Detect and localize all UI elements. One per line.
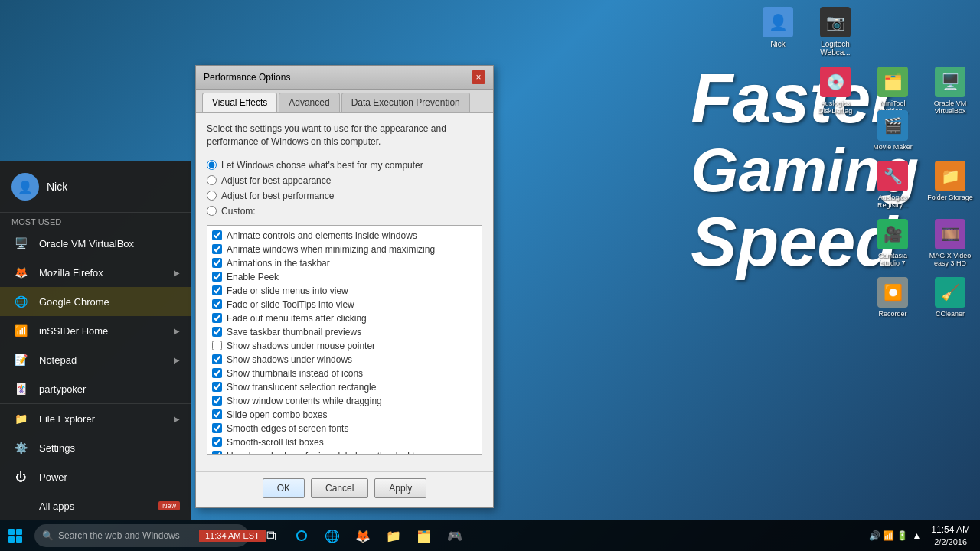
taskbar-item-unknown2[interactable]: 🎮 bbox=[440, 521, 469, 550]
camtasia-icon: 🎥 bbox=[877, 219, 908, 249]
start-user-section: 👤 Nick bbox=[0, 161, 191, 213]
radio-best-performance[interactable]: Adjust for best performance bbox=[207, 188, 482, 204]
radio-custom[interactable]: Custom: bbox=[207, 204, 482, 219]
dialog-close-button[interactable]: × bbox=[472, 70, 485, 84]
chrome-menu-icon: 🌐 bbox=[11, 292, 30, 311]
taskbar-clock[interactable]: 11:54 AM 2/2/2016 bbox=[925, 524, 976, 547]
taskbar: 🔍 Search the web and Windows ⧉ 🌐 🦊 📁 🗂️ … bbox=[0, 520, 980, 551]
start-item-partypoker[interactable]: 🃏 partypoker bbox=[0, 374, 191, 403]
virtualbox-icon: 🖥️ bbox=[935, 67, 965, 97]
start-item-chrome[interactable]: 🌐 Google Chrome bbox=[0, 287, 191, 316]
tab-data-execution[interactable]: Data Execution Prevention bbox=[341, 93, 470, 112]
magix-icon: 🎞️ bbox=[935, 219, 965, 249]
checkbox-item[interactable]: Save taskbar thumbnail previews bbox=[212, 325, 477, 339]
desktop-icons-right: 🎬 Movie Maker 🔧 Auslogics Registry... 📁 … bbox=[865, 107, 976, 321]
file-explorer-icon: 📁 bbox=[11, 409, 30, 428]
start-item-firefox[interactable]: 🦊 Mozilla Firefox ▶ bbox=[0, 258, 191, 287]
file-explorer-arrow: ▶ bbox=[174, 415, 180, 423]
taskbar-file-explorer[interactable]: 📁 bbox=[379, 521, 408, 550]
checkbox-item[interactable]: Smooth-scroll list boxes bbox=[212, 435, 477, 449]
recorder-icon: ⏺️ bbox=[877, 277, 908, 308]
checkbox-list[interactable]: Animate controls and elements inside win… bbox=[207, 225, 482, 455]
camtasia-label: Camtasia Studio 7 bbox=[868, 252, 917, 267]
radio-best-appearance[interactable]: Adjust for best appearance bbox=[207, 173, 482, 188]
desktop-icon-recorder[interactable]: ⏺️ Recorder bbox=[865, 274, 920, 321]
desktop-icon-ccleaner[interactable]: 🧹 CCleaner bbox=[923, 274, 978, 321]
checkbox-item[interactable]: Fade or slide ToolTips into view bbox=[212, 298, 477, 311]
search-icon: 🔍 bbox=[42, 530, 54, 541]
checkbox-item[interactable]: Animate windows when minimizing and maxi… bbox=[212, 243, 477, 256]
start-button[interactable] bbox=[0, 520, 31, 551]
desktop: Faster Gaming Speed 👤 Nick 📷 Logitech We… bbox=[0, 0, 980, 551]
ok-button[interactable]: OK bbox=[263, 478, 305, 498]
checkbox-item[interactable]: Enable Peek bbox=[212, 270, 477, 284]
folder-storage-icon: 📁 bbox=[935, 161, 965, 191]
desktop-icon-camtasia[interactable]: 🎥 Camtasia Studio 7 bbox=[865, 216, 920, 270]
clock-time: 11:54 AM bbox=[931, 524, 970, 536]
start-item-settings[interactable]: ⚙️ Settings bbox=[0, 433, 191, 462]
auslogics-disk-icon: 💿 bbox=[820, 67, 851, 97]
desktop-icon-moviemaker[interactable]: 🎬 Movie Maker bbox=[865, 107, 920, 154]
taskbar-edge[interactable] bbox=[287, 521, 316, 550]
radio-best-performance-input[interactable] bbox=[207, 191, 217, 201]
desktop-icon-logitech[interactable]: 📷 Logitech Webca... bbox=[808, 4, 863, 60]
checkbox-item[interactable]: Animate controls and elements inside win… bbox=[212, 229, 477, 243]
system-icons: 🔊 📶 🔋 bbox=[869, 530, 909, 541]
inssider-menu-label: inSSIDer Home bbox=[39, 325, 108, 337]
checkbox-item[interactable]: Fade or slide menus into view bbox=[212, 284, 477, 298]
start-item-inssider[interactable]: 📶 inSSIDer Home ▶ bbox=[0, 316, 191, 345]
dialog-description: Select the settings you want to use for … bbox=[207, 122, 482, 148]
cancel-button[interactable]: Cancel bbox=[311, 478, 368, 498]
virtualbox-menu-label: Oracle VM VirtualBox bbox=[39, 238, 134, 249]
checkbox-item[interactable]: Show translucent selection rectangle bbox=[212, 380, 477, 394]
desktop-icon-auslogics-reg[interactable]: 🔧 Auslogics Registry... bbox=[865, 158, 920, 212]
checkbox-item[interactable]: Show shadows under windows bbox=[212, 353, 477, 367]
checkbox-item[interactable]: Use drop shadows for icon labels on the … bbox=[212, 449, 477, 455]
tab-advanced[interactable]: Advanced bbox=[279, 93, 339, 112]
radio-best-appearance-input[interactable] bbox=[207, 175, 217, 185]
auslogics-reg-icon: 🔧 bbox=[877, 161, 908, 191]
notepad-arrow: ▶ bbox=[174, 356, 180, 364]
dialog-content: Select the settings you want to use for … bbox=[196, 113, 493, 471]
power-label: Power bbox=[39, 471, 67, 483]
start-item-notepad[interactable]: 📝 Notepad ▶ bbox=[0, 345, 191, 374]
checkbox-item[interactable]: Show thumbnails instead of icons bbox=[212, 367, 477, 380]
search-placeholder: Search the web and Windows bbox=[58, 530, 180, 541]
firefox-arrow: ▶ bbox=[174, 269, 180, 277]
radio-windows-choose[interactable]: Let Windows choose what's best for my co… bbox=[207, 158, 482, 173]
radio-custom-input[interactable] bbox=[207, 206, 217, 216]
all-apps-icon bbox=[11, 497, 30, 515]
file-explorer-label: File Explorer bbox=[39, 413, 95, 425]
apply-button[interactable]: Apply bbox=[374, 478, 426, 498]
checkbox-item[interactable]: Slide open combo boxes bbox=[212, 408, 477, 422]
start-item-virtualbox[interactable]: 🖥️ Oracle VM VirtualBox bbox=[0, 229, 191, 258]
start-item-power[interactable]: ⏻ Power bbox=[0, 462, 191, 491]
radio-best-performance-label: Adjust for best performance bbox=[221, 191, 334, 201]
checkbox-item[interactable]: Show shadows under mouse pointer bbox=[212, 339, 477, 353]
radio-windows-choose-input[interactable] bbox=[207, 160, 217, 170]
desktop-icon-auslogics-disk[interactable]: 💿 Auslogics DiskDefrag bbox=[808, 64, 863, 118]
dialog-buttons: OK Cancel Apply bbox=[196, 471, 493, 507]
radio-best-appearance-label: Adjust for best appearance bbox=[221, 175, 331, 186]
checkbox-item[interactable]: Animations in the taskbar bbox=[212, 256, 477, 270]
checkbox-item[interactable]: Smooth edges of screen fonts bbox=[212, 422, 477, 435]
checkbox-item[interactable]: Fade out menu items after clicking bbox=[212, 311, 477, 325]
username-label: Nick bbox=[47, 181, 67, 193]
new-badge: New bbox=[158, 501, 180, 510]
checkbox-item[interactable]: Show window contents while dragging bbox=[212, 394, 477, 408]
taskbar-item-unknown1[interactable]: 🗂️ bbox=[410, 521, 439, 550]
notification-area[interactable]: ▲ bbox=[912, 530, 921, 541]
taskbar-time-left: 11:34 AM EST bbox=[199, 520, 266, 551]
start-item-file-explorer[interactable]: 📁 File Explorer ▶ bbox=[0, 404, 191, 433]
taskbar-firefox[interactable]: 🦊 bbox=[348, 521, 377, 550]
desktop-icon-folder-storage[interactable]: 📁 Folder Storage bbox=[923, 158, 978, 212]
start-item-all-apps[interactable]: All apps New bbox=[0, 491, 191, 520]
tab-visual-effects[interactable]: Visual Effects bbox=[202, 93, 277, 112]
ccleaner-icon: 🧹 bbox=[935, 277, 965, 308]
taskbar-chrome[interactable]: 🌐 bbox=[318, 521, 347, 550]
desktop-icon-nick[interactable]: 👤 Nick bbox=[750, 4, 805, 60]
desktop-icon-magix[interactable]: 🎞️ MAGIX Video easy 3 HD bbox=[923, 216, 978, 270]
auslogics-disk-label: Auslogics DiskDefrag bbox=[811, 99, 860, 115]
folder-storage-label: Folder Storage bbox=[926, 194, 975, 201]
chrome-menu-label: Google Chrome bbox=[39, 296, 109, 308]
